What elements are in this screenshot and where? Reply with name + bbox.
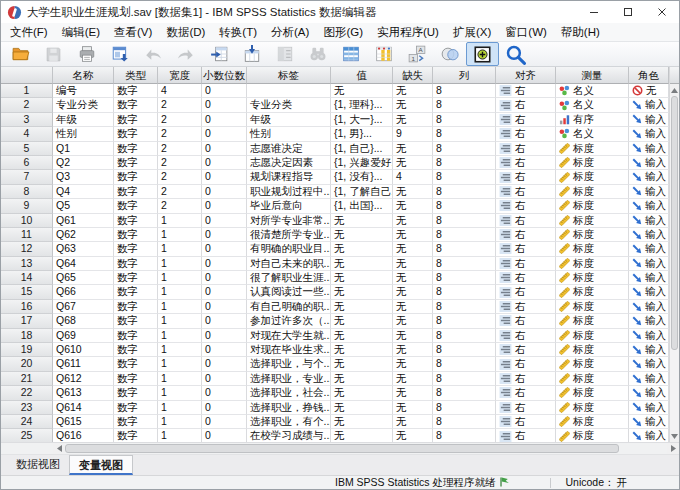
cell-name[interactable]: Q612 — [53, 372, 114, 386]
menu-item-9[interactable]: 窗口(W) — [498, 23, 554, 41]
cell-label[interactable]: 选择职业，专业... — [247, 372, 331, 386]
cell-measure[interactable]: 名义 — [556, 98, 629, 112]
cell-missing[interactable]: 无 — [393, 142, 433, 156]
cell-align[interactable]: 右 — [496, 257, 556, 271]
cell-label[interactable]: 在校学习成绩与... — [247, 429, 331, 442]
cell-values[interactable]: 无 — [331, 271, 393, 285]
cell-label[interactable]: 志愿决定因素 — [247, 156, 331, 170]
cell-decimals[interactable]: 0 — [202, 170, 247, 184]
cell-role[interactable]: 输入 — [629, 228, 669, 242]
cell-label[interactable]: 职业规划过程中... — [247, 185, 331, 199]
cell-role[interactable]: 输入 — [629, 199, 669, 213]
menu-item-7[interactable]: 实用程序(U) — [370, 23, 446, 41]
cell-type[interactable]: 数字 — [114, 372, 158, 386]
cell-name[interactable]: 编号 — [53, 84, 114, 98]
cell-label[interactable]: 对所学专业非常... — [247, 214, 331, 228]
cell-missing[interactable]: 无 — [393, 415, 433, 429]
cell-type[interactable]: 数字 — [114, 113, 158, 127]
cell-type[interactable]: 数字 — [114, 271, 158, 285]
cell-type[interactable]: 数字 — [114, 386, 158, 400]
cell-values[interactable]: 无 — [331, 329, 393, 343]
cell-values[interactable]: {1, 出国}... — [331, 199, 393, 213]
cell-measure[interactable]: 标度 — [556, 285, 629, 299]
cell-name[interactable]: Q5 — [53, 199, 114, 213]
cell-missing[interactable]: 无 — [393, 401, 433, 415]
cell-label[interactable]: 很了解职业生涯... — [247, 271, 331, 285]
cell-width[interactable]: 1 — [158, 257, 202, 271]
cell-columns[interactable]: 8 — [433, 257, 496, 271]
cell-width[interactable]: 1 — [158, 314, 202, 328]
cell-width[interactable]: 2 — [158, 98, 202, 112]
cell-decimals[interactable]: 0 — [202, 214, 247, 228]
cell-align[interactable]: 右 — [496, 199, 556, 213]
cell-columns[interactable]: 8 — [433, 242, 496, 256]
cell-name[interactable]: Q613 — [53, 386, 114, 400]
cell-label[interactable]: 志愿谁决定 — [247, 142, 331, 156]
cell-columns[interactable]: 8 — [433, 84, 496, 98]
cell-width[interactable]: 1 — [158, 429, 202, 442]
menu-item-3[interactable]: 数据(D) — [159, 23, 212, 41]
row-number[interactable]: 4 — [1, 127, 53, 141]
cell-missing[interactable]: 无 — [393, 271, 433, 285]
cell-align[interactable]: 右 — [496, 228, 556, 242]
cell-missing[interactable]: 无 — [393, 386, 433, 400]
cell-values[interactable]: 无 — [331, 386, 393, 400]
cell-measure[interactable]: 标度 — [556, 357, 629, 371]
cell-type[interactable]: 数字 — [114, 156, 158, 170]
cell-width[interactable]: 2 — [158, 185, 202, 199]
cell-missing[interactable]: 无 — [393, 228, 433, 242]
cell-columns[interactable]: 8 — [433, 401, 496, 415]
save-file-button[interactable] — [37, 42, 70, 66]
cell-columns[interactable]: 8 — [433, 228, 496, 242]
cell-values[interactable]: {1, 自己}... — [331, 142, 393, 156]
cell-width[interactable]: 1 — [158, 285, 202, 299]
cell-label[interactable]: 专业分类 — [247, 98, 331, 112]
cell-name[interactable]: Q4 — [53, 185, 114, 199]
row-number[interactable]: 25 — [1, 429, 53, 442]
cell-measure[interactable]: 名义 — [556, 84, 629, 98]
cell-type[interactable]: 数字 — [114, 84, 158, 98]
cell-columns[interactable]: 8 — [433, 357, 496, 371]
cell-width[interactable]: 1 — [158, 329, 202, 343]
cell-label[interactable]: 对现在大学生就... — [247, 329, 331, 343]
row-number[interactable]: 10 — [1, 214, 53, 228]
cell-type[interactable]: 数字 — [114, 228, 158, 242]
row-number[interactable]: 24 — [1, 415, 53, 429]
cell-type[interactable]: 数字 — [114, 185, 158, 199]
cell-type[interactable]: 数字 — [114, 127, 158, 141]
cell-type[interactable]: 数字 — [114, 285, 158, 299]
cell-align[interactable]: 右 — [496, 329, 556, 343]
cell-role[interactable]: 输入 — [629, 127, 669, 141]
cell-missing[interactable]: 无 — [393, 185, 433, 199]
cell-decimals[interactable]: 0 — [202, 242, 247, 256]
cell-values[interactable]: {1, 了解自己... — [331, 185, 393, 199]
cell-values[interactable]: 无 — [331, 257, 393, 271]
row-number[interactable]: 8 — [1, 185, 53, 199]
cell-role[interactable]: 输入 — [629, 372, 669, 386]
cell-name[interactable]: Q63 — [53, 242, 114, 256]
cell-missing[interactable]: 无 — [393, 214, 433, 228]
row-number[interactable]: 21 — [1, 372, 53, 386]
cell-align[interactable]: 右 — [496, 300, 556, 314]
cell-name[interactable]: Q611 — [53, 357, 114, 371]
cell-missing[interactable]: 无 — [393, 156, 433, 170]
cell-role[interactable]: 输入 — [629, 401, 669, 415]
cell-label[interactable]: 对现在毕业生求... — [247, 343, 331, 357]
cell-role[interactable]: 输入 — [629, 343, 669, 357]
cell-measure[interactable]: 标度 — [556, 185, 629, 199]
horizontal-scroll-track[interactable] — [65, 443, 667, 454]
cell-type[interactable]: 数字 — [114, 401, 158, 415]
vertical-scrollbar[interactable] — [669, 67, 679, 442]
cell-type[interactable]: 数字 — [114, 343, 158, 357]
cell-name[interactable]: Q3 — [53, 170, 114, 184]
cell-width[interactable]: 4 — [158, 84, 202, 98]
cell-align[interactable]: 右 — [496, 386, 556, 400]
row-number[interactable]: 6 — [1, 156, 53, 170]
cell-values[interactable]: 无 — [331, 429, 393, 442]
row-number[interactable]: 16 — [1, 300, 53, 314]
cell-name[interactable]: Q614 — [53, 401, 114, 415]
weight-cases-button[interactable] — [433, 42, 466, 66]
cell-width[interactable]: 1 — [158, 271, 202, 285]
cell-missing[interactable]: 无 — [393, 314, 433, 328]
cell-values[interactable]: 无 — [331, 314, 393, 328]
